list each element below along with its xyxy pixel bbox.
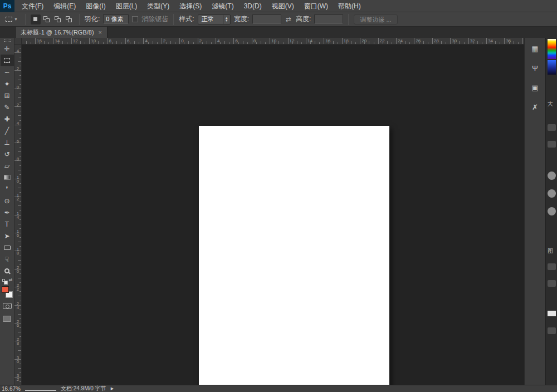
quick-selection-tool[interactable]: ✦ [1,78,14,90]
add-to-selection-button[interactable] [42,14,52,24]
subtract-from-selection-icon [55,16,61,22]
rectangular-marquee-tool-icon [4,58,10,63]
height-input[interactable] [314,14,343,24]
canvas-area[interactable] [22,45,524,385]
crop-tool[interactable]: ⊞ [1,90,14,101]
default-colors-icon[interactable] [2,279,5,282]
panel-layer-comps-icon[interactable]: ▣ [529,81,542,94]
panel-properties-icon[interactable]: ▦ [529,42,542,55]
new-selection-icon [33,17,37,21]
eyedropper-tool[interactable]: ✎ [1,101,14,113]
color-spectrum-fragment[interactable] [548,60,556,75]
shape-tool[interactable] [1,242,14,253]
clone-stamp-tool-icon: ⊥ [4,139,9,146]
document-canvas[interactable] [199,126,389,392]
feather-label: 羽化: [85,14,100,24]
status-options-arrow-icon[interactable]: ▶ [111,386,114,391]
menu-item-type[interactable]: 类型(Y) [142,0,174,12]
document-tab-bar: 未标题-1 @ 16.7%(RGB/8) × [0,27,557,38]
menu-item-help[interactable]: 帮助(H) [333,0,366,12]
divider [25,14,26,25]
path-selection-tool[interactable]: ➤ [1,230,14,242]
menu-item-filter[interactable]: 滤镜(T) [207,0,238,12]
panel-grip-icon[interactable] [4,40,11,42]
hand-tool[interactable]: ☟ [1,253,14,265]
blur-tool[interactable]: ❜ [1,183,14,195]
zoom-level-field[interactable]: 16.67% [2,386,21,392]
antialias-checkbox[interactable] [132,16,138,22]
shape-tool-icon [4,246,11,250]
document-tab[interactable]: 未标题-1 @ 16.7%(RGB/8) × [15,27,108,38]
move-tool[interactable]: ✛ [1,43,14,55]
lasso-tool[interactable]: ∽ [1,66,14,78]
history-brush-tool-icon: ↺ [4,150,9,158]
style-label: 样式: [179,14,194,24]
stepper-arrows-icon: ▲▼ [223,15,230,24]
width-input[interactable] [252,14,281,24]
screen-mode-button[interactable] [3,316,11,322]
menu-item-3d[interactable]: 3D(D) [239,0,267,12]
pen-tool[interactable]: ✒ [1,207,14,218]
swap-dimensions-icon[interactable]: ⇄ [285,16,292,23]
style-select[interactable]: 正常 ▲▼ [198,14,231,24]
type-tool-tool-icon: T [5,220,9,228]
adjustment-icon-fragment[interactable] [548,207,556,215]
add-to-selection-icon [43,16,50,22]
intersect-selection-button[interactable] [64,14,74,24]
adjustment-icon-fragment[interactable] [548,171,556,180]
gradient-tool[interactable] [1,171,14,183]
photoshop-logo: Ps [0,0,14,12]
clone-stamp-tool[interactable]: ⊥ [1,136,14,148]
status-bar: 16.67% 文档:24.9M/0 字节 ▶ [0,385,557,392]
eraser-tool-icon: ▱ [4,162,9,170]
menu-item-file[interactable]: 文件(F) [17,0,48,12]
gradient-tool-icon [4,175,11,180]
blur-tool-icon: ❜ [6,185,8,193]
panel-styles-icon[interactable]: Ψ [529,61,542,75]
close-icon[interactable]: × [99,29,102,36]
panel-fragment [548,141,556,148]
panel-tool-presets-icon[interactable]: ✗ [529,100,542,114]
brush-tool[interactable]: ╱ [1,125,14,136]
swap-colors-icon[interactable]: ⇄ [9,277,13,282]
dodge-tool[interactable]: ⊙ [1,195,14,207]
menu-item-select[interactable]: 选择(S) [174,0,207,12]
zoom-tool[interactable] [1,265,14,277]
dodge-tool-icon: ⊙ [4,197,9,205]
panel-fragment [548,263,556,270]
brush-tool-icon: ╱ [5,127,9,135]
menu-item-edit[interactable]: 编辑(E) [48,0,81,12]
eyedropper-tool-icon: ✎ [4,104,9,111]
clipped-panel-strip: 大 图 [545,38,557,385]
adjustment-icon-fragment[interactable] [548,189,556,198]
style-selected-value: 正常 [198,15,223,23]
new-selection-button[interactable] [31,14,41,24]
menu-item-view[interactable]: 视图(V) [267,0,299,12]
tool-options-bar: ▼ 羽化: 消除锯齿 样式: 正常 ▲▼ 宽度: [0,12,557,27]
spot-healing-brush-tool[interactable]: ✚ [1,113,14,125]
menu-item-image[interactable]: 图像(I) [81,0,110,12]
feather-input[interactable] [103,14,129,24]
menu-item-layer[interactable]: 图层(L) [111,0,143,12]
ruler-corner [14,38,22,45]
menu-item-window[interactable]: 窗口(W) [299,0,333,12]
chevron-down-icon: ▼ [14,17,18,21]
crop-tool-icon: ⊞ [4,92,9,100]
subtract-from-selection-button[interactable] [53,14,63,24]
tool-preset-picker[interactable]: ▼ [3,16,20,23]
quick-mask-mode-button[interactable] [3,303,12,309]
swatch-mini-row: ⇄ [1,278,13,283]
type-tool-tool[interactable]: T [1,218,14,230]
panel-fragment [548,280,556,287]
panel-label-fragment: 大 [548,100,556,108]
rectangular-marquee-tool[interactable] [1,55,14,66]
quick-selection-tool-icon: ✦ [4,80,9,88]
refine-edge-button[interactable]: 调整边缘 ... [354,14,397,24]
color-spectrum-fragment[interactable] [548,39,556,59]
panel-fragment [548,124,556,131]
document-size-info[interactable]: 文档:24.9M/0 字节 [61,385,106,392]
history-brush-tool[interactable]: ↺ [1,148,14,160]
foreground-color-swatch[interactable] [2,286,9,293]
marquee-tool-icon [6,17,12,22]
eraser-tool[interactable]: ▱ [1,160,14,171]
